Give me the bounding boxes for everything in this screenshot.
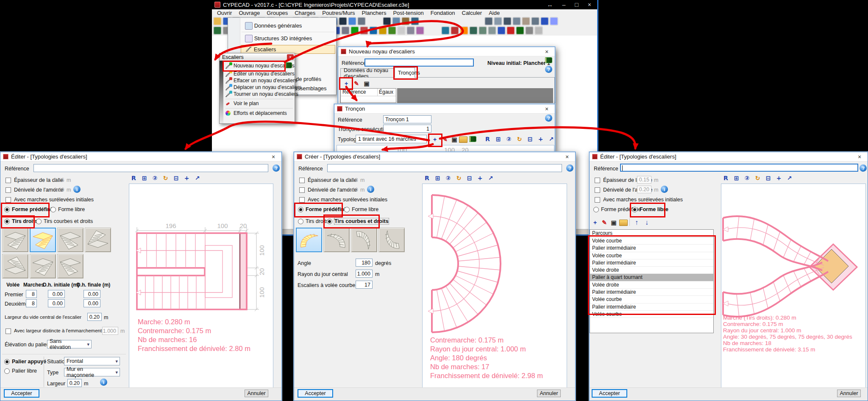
parcours-item[interactable]: Palier à quart tournant — [590, 274, 713, 281]
menu-item-donnees-generales[interactable]: Données générales — [241, 21, 335, 30]
toolbar-button[interactable] — [214, 27, 221, 34]
zoom-tool-icon[interactable]: ⊟ — [465, 174, 473, 182]
epaisseur-checkbox[interactable] — [299, 178, 305, 183]
panel-item-editer-noyau[interactable]: Éditer un noyau d'escaliers — [224, 70, 294, 77]
stair-type-thumbnail[interactable] — [2, 254, 28, 278]
toolbar-button[interactable] — [522, 17, 530, 25]
toolbar-button[interactable] — [531, 17, 539, 25]
zoom-tool-icon[interactable]: ② — [505, 135, 513, 143]
stair-type-thumbnail[interactable] — [351, 228, 377, 252]
parcours-item[interactable]: Palier intermédiaire — [590, 245, 713, 252]
move-down-icon[interactable]: ↓ — [642, 218, 651, 227]
parcours-item[interactable]: Volée droite — [590, 281, 713, 289]
parcours-item[interactable]: Palier intermédiaire — [590, 259, 713, 267]
consecutifs-input[interactable]: 1 — [383, 125, 431, 133]
toolbar-button[interactable] — [214, 17, 221, 25]
toolbar-button[interactable] — [437, 17, 451, 25]
toolbar-button[interactable] — [370, 27, 377, 34]
parcours-item[interactable]: Volée courbe — [590, 311, 713, 318]
zoom-tool-icon[interactable]: ↻ — [515, 135, 523, 143]
toolbar-button[interactable] — [451, 27, 459, 34]
stair-type-thumbnail-selected[interactable] — [296, 228, 322, 252]
zoom-tool-icon[interactable]: ⊞ — [140, 174, 148, 182]
toolbar-button[interactable] — [541, 17, 548, 25]
help-book-icon[interactable] — [545, 57, 552, 63]
toolbar-button[interactable] — [402, 17, 409, 25]
toolbar-button[interactable] — [398, 27, 405, 34]
zoom-tool-icon[interactable]: ⊟ — [764, 174, 772, 182]
toolbar-button[interactable] — [388, 27, 396, 34]
help-icon[interactable]: ? — [860, 164, 867, 172]
reference-input[interactable] — [33, 164, 268, 172]
toolbar-button[interactable] — [379, 27, 387, 34]
cancel-button[interactable]: Annuler — [837, 390, 861, 397]
delete-icon[interactable]: ✎ — [352, 79, 361, 88]
zoom-tool-icon[interactable]: + — [183, 174, 191, 182]
add-typologie-icon[interactable]: + — [430, 135, 440, 144]
tirs-courbes-radio[interactable] — [36, 219, 42, 224]
parcours-list[interactable]: Parcours Volée courbePalier intermédiair… — [590, 229, 714, 333]
reference-input[interactable] — [364, 58, 474, 67]
menu-item[interactable]: Post-tension — [389, 9, 427, 17]
info-icon[interactable]: i — [367, 186, 374, 193]
denivele-checkbox[interactable] — [6, 187, 11, 193]
denivele-checkbox[interactable] — [595, 187, 600, 193]
toolbar-button[interactable] — [426, 27, 440, 34]
cancel-button[interactable]: Annuler — [245, 390, 268, 397]
dh-finale-input[interactable]: 0.00 — [83, 299, 100, 307]
stair-type-thumbnail[interactable] — [378, 228, 405, 252]
marches-input[interactable]: 8 — [26, 299, 37, 307]
largeur-distincte-checkbox[interactable] — [6, 329, 11, 334]
zoom-tool-icon[interactable]: ② — [743, 174, 751, 182]
forme-predefinie-radio[interactable] — [298, 207, 303, 212]
toolbar-button[interactable] — [494, 17, 502, 25]
toolbar-button[interactable] — [392, 17, 400, 25]
tab-donnees-noyau[interactable]: Données du noyau d'escaliers — [340, 68, 395, 78]
close-icon[interactable]: × — [854, 153, 865, 160]
epaisseur-checkbox[interactable] — [595, 178, 600, 183]
elevation-select[interactable]: Sans élévation — [47, 340, 92, 348]
accept-button[interactable]: Accepter — [592, 389, 627, 398]
close-icon[interactable]: × — [541, 106, 552, 112]
toolbar-button[interactable] — [367, 17, 381, 25]
close-icon[interactable]: × — [268, 153, 279, 160]
epaisseur-checkbox[interactable] — [6, 178, 11, 183]
toolbar-button[interactable] — [416, 27, 424, 34]
accept-button[interactable]: Accepter — [298, 389, 333, 398]
zoom-tool-icon[interactable]: + — [476, 174, 484, 182]
help-icon[interactable]: ? — [566, 164, 573, 172]
library-book-icon[interactable] — [469, 136, 476, 142]
toolbar-button[interactable] — [442, 27, 449, 34]
menu-item[interactable]: Poutres/Murs — [319, 9, 358, 17]
copy-icon[interactable]: ▣ — [450, 135, 459, 144]
type-select[interactable]: Mur en maçonnerie — [64, 368, 120, 376]
zoom-tool-icon[interactable]: R — [130, 174, 138, 182]
stair-type-thumbnail[interactable] — [2, 228, 28, 252]
help-icon[interactable]: ? — [545, 114, 552, 122]
dh-initiale-input[interactable]: 0.00 — [48, 290, 65, 298]
parcours-item[interactable]: Volée courbe — [590, 237, 713, 245]
info-icon[interactable]: i — [73, 186, 81, 193]
zoom-tool-icon[interactable]: + — [775, 174, 783, 182]
cancel-button[interactable]: Annuler — [537, 390, 561, 397]
menu-item-fragment[interactable]: de profilés — [296, 76, 321, 82]
zoom-tool-icon[interactable]: ↻ — [161, 174, 170, 182]
zoom-tool-icon[interactable]: ⊞ — [434, 174, 442, 182]
copy-icon[interactable]: ▣ — [362, 79, 371, 88]
dh-initiale-input[interactable]: 0.00 — [48, 299, 65, 307]
info-icon[interactable]: i — [661, 186, 668, 193]
toolbar-button[interactable] — [550, 17, 558, 25]
toolbar-button[interactable] — [504, 17, 511, 25]
zoom-tool-icon[interactable]: ⊟ — [526, 135, 534, 143]
zoom-tool-icon[interactable]: ↗ — [547, 135, 555, 143]
zoom-tool-icon[interactable]: ⊟ — [172, 174, 180, 182]
reference-input[interactable] — [327, 164, 562, 172]
toolbar-button[interactable] — [351, 27, 359, 34]
rayon-input[interactable]: 1.000 — [356, 270, 373, 278]
denivele-checkbox[interactable] — [299, 187, 305, 193]
toolbar-button[interactable] — [535, 27, 542, 34]
maximize-button[interactable]: □ — [575, 1, 578, 8]
copy-icon[interactable]: ▣ — [609, 218, 618, 227]
zoom-tool-icon[interactable]: ↻ — [754, 174, 762, 182]
toolbar-button[interactable] — [348, 17, 356, 25]
